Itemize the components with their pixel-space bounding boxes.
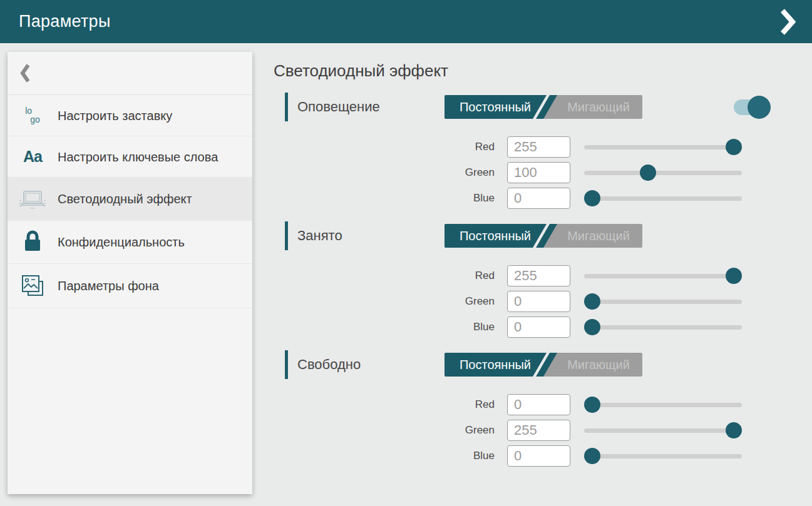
channel-label: Green — [274, 424, 495, 437]
channel-label: Blue — [274, 450, 495, 462]
slider-track — [584, 274, 742, 278]
sidebar-item-privacy[interactable]: Конфиденциальность — [8, 221, 252, 264]
led-sections: Оповещение Мигающий Постоянный Red Green — [274, 93, 774, 479]
rgb-row-red: Red — [274, 263, 774, 288]
section-accent-bar — [285, 221, 288, 250]
sidebar-item-led-effect[interactable]: Светодиодный эффект — [8, 178, 252, 221]
slider-track — [584, 300, 742, 304]
blue-value-input[interactable] — [507, 188, 570, 209]
background-images-icon — [8, 273, 58, 298]
slider-track — [584, 454, 742, 458]
sidebar-item-label: Настроить ключевые слова — [58, 149, 218, 165]
slider-track — [584, 171, 742, 175]
letters-aa-icon: Aa — [8, 148, 58, 166]
rgb-row-red: Red — [274, 392, 774, 417]
lock-icon — [8, 230, 58, 254]
section-label: Занято — [297, 228, 342, 244]
red-value-input[interactable] — [507, 136, 570, 158]
app-header: Параметры — [0, 0, 812, 43]
section-header: Оповещение Мигающий Постоянный — [274, 93, 774, 121]
page-title: Параметры — [19, 12, 111, 31]
slider-thumb[interactable] — [726, 422, 742, 438]
rgb-row-green: Green — [274, 159, 774, 185]
channel-label: Green — [274, 166, 495, 179]
section-header: Свободно Мигающий Постоянный — [274, 350, 774, 379]
blue-slider[interactable] — [584, 319, 742, 335]
channel-label: Red — [274, 270, 495, 282]
slider-track — [584, 196, 742, 201]
sidebar-item-label: Настроить заставку — [58, 108, 172, 124]
rgb-row-blue: Blue — [274, 185, 774, 211]
green-value-input[interactable] — [507, 162, 570, 183]
green-slider[interactable] — [584, 422, 742, 438]
red-value-input[interactable] — [507, 394, 570, 415]
rgb-row-green: Green — [274, 288, 774, 314]
green-slider[interactable] — [584, 164, 742, 181]
blue-value-input[interactable] — [507, 445, 570, 467]
rgb-row-red: Red — [274, 134, 774, 159]
sidebar-back-button[interactable] — [8, 52, 252, 95]
channel-label: Green — [274, 295, 495, 308]
forward-chevron-icon[interactable] — [779, 8, 796, 36]
rgb-rows: Red Green Blue — [274, 392, 774, 468]
channel-label: Blue — [274, 192, 495, 205]
slider-track — [584, 325, 742, 330]
led-display-icon — [8, 187, 58, 211]
sidebar-item-background[interactable]: Параметры фона — [8, 264, 252, 308]
sidebar-item-label: Конфиденциальность — [58, 234, 185, 250]
slider-track — [584, 428, 742, 433]
green-value-input[interactable] — [507, 291, 570, 312]
mode-toggle-group: Мигающий Постоянный — [445, 224, 642, 248]
section-busy: Занято Мигающий Постоянный Red Green — [274, 221, 774, 340]
green-value-input[interactable] — [507, 420, 570, 441]
section-header: Занято Мигающий Постоянный — [274, 221, 774, 250]
slider-thumb[interactable] — [726, 268, 742, 284]
logo-icon: lo go — [8, 107, 58, 124]
rgb-row-green: Green — [274, 417, 774, 443]
sidebar-item-screensaver[interactable]: lo go Настроить заставку — [8, 95, 252, 136]
section-accent-bar — [285, 93, 288, 121]
rgb-row-blue: Blue — [274, 443, 774, 468]
rgb-row-blue: Blue — [274, 314, 774, 340]
notification-enabled-switch[interactable] — [734, 99, 763, 115]
green-slider[interactable] — [584, 293, 742, 310]
back-chevron-icon — [20, 63, 30, 83]
sidebar-item-keywords[interactable]: Aa Настроить ключевые слова — [8, 136, 252, 178]
red-slider[interactable] — [584, 139, 742, 155]
section-notification: Оповещение Мигающий Постоянный Red Green — [274, 93, 774, 211]
blue-value-input[interactable] — [507, 316, 570, 338]
channel-label: Red — [274, 141, 495, 153]
sidebar-item-label: Светодиодный эффект — [58, 191, 192, 207]
blue-slider[interactable] — [584, 448, 742, 464]
mode-option-blinking[interactable]: Мигающий — [555, 353, 642, 377]
section-accent-bar — [285, 350, 288, 379]
slider-thumb[interactable] — [640, 164, 656, 181]
slider-thumb[interactable] — [584, 448, 600, 464]
section-label: Оповещение — [297, 99, 380, 115]
channel-label: Blue — [274, 321, 495, 333]
channel-label: Red — [274, 398, 495, 411]
mode-toggle-group: Мигающий Постоянный — [445, 353, 642, 377]
red-value-input[interactable] — [507, 265, 570, 286]
slider-track — [584, 403, 742, 407]
slider-thumb[interactable] — [584, 293, 600, 310]
rgb-rows: Red Green Blue — [274, 134, 774, 211]
section-label: Свободно — [297, 357, 361, 373]
sidebar: lo go Настроить заставку Aa Настроить кл… — [8, 52, 252, 494]
slider-thumb[interactable] — [584, 397, 600, 413]
red-slider[interactable] — [584, 397, 742, 413]
mode-toggle-group: Мигающий Постоянный — [445, 95, 642, 119]
slider-thumb[interactable] — [584, 319, 600, 335]
red-slider[interactable] — [584, 268, 742, 284]
switch-knob — [748, 96, 771, 119]
sidebar-item-label: Параметры фона — [58, 278, 159, 294]
mode-option-blinking[interactable]: Мигающий — [555, 224, 642, 248]
slider-thumb[interactable] — [584, 190, 600, 206]
slider-thumb[interactable] — [726, 139, 742, 155]
blue-slider[interactable] — [584, 190, 742, 206]
slider-track — [584, 145, 742, 149]
rgb-rows: Red Green Blue — [274, 263, 774, 340]
section-free: Свободно Мигающий Постоянный Red Green — [274, 350, 774, 468]
main-title: Светодиодный эффект — [274, 61, 448, 81]
mode-option-blinking[interactable]: Мигающий — [555, 95, 642, 119]
